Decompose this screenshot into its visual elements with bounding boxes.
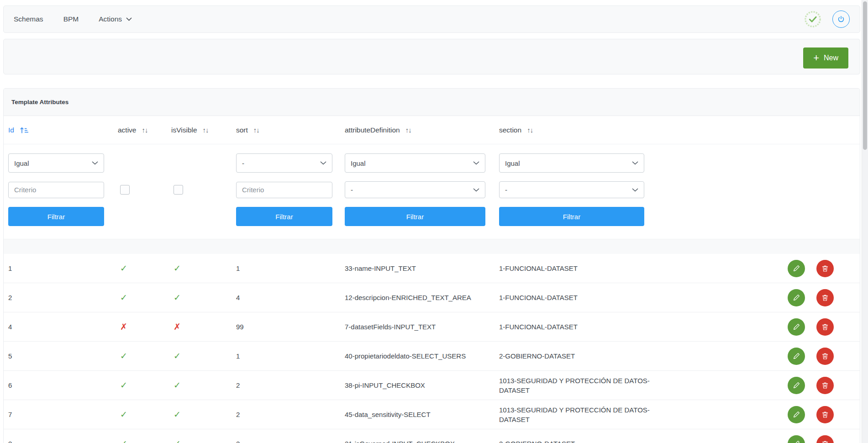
sort-operator-select-wrap: - <box>236 153 332 173</box>
column-header-sort-label: sort <box>236 126 248 134</box>
power-icon <box>837 15 845 23</box>
table-row: 8 ✓ ✓ 2 21-isGoverned-INPUT_CHECKBOX 2-G… <box>4 429 860 443</box>
row-attrdef-cell: 40-propietariodeldato-SELECT_USERS <box>345 352 499 360</box>
edit-row-button[interactable] <box>788 260 805 277</box>
delete-row-button[interactable] <box>816 406 834 423</box>
column-header-active[interactable]: active ↑↓ <box>118 126 171 134</box>
scrollbar-thumb[interactable] <box>863 1 867 150</box>
attributedefinition-value-select-wrap: - <box>345 181 485 198</box>
active-status-icon: ✗ <box>118 322 171 332</box>
edit-row-button[interactable] <box>788 377 805 394</box>
isvisible-status-icon: ✓ <box>171 263 236 274</box>
new-button[interactable]: + New <box>803 47 848 69</box>
row-actions-cell <box>788 289 860 306</box>
attributedefinition-operator-select[interactable]: Igual <box>345 153 485 173</box>
row-section-cell: 2-GOBIERNO-DATASET <box>499 435 650 443</box>
column-header-section[interactable]: section ↑↓ <box>499 126 788 134</box>
row-sort-cell: 99 <box>236 323 345 331</box>
isvisible-filter-checkbox[interactable] <box>174 185 183 195</box>
trash-icon <box>821 411 829 419</box>
row-id-cell: 8 <box>8 440 118 443</box>
sort-both-icon: ↑↓ <box>405 126 411 134</box>
row-sort-cell: 1 <box>236 352 345 360</box>
section-value-select-wrap: - <box>499 181 644 198</box>
isvisible-status-icon: ✗ <box>171 322 236 332</box>
table-row: 6 ✓ ✓ 2 38-pi-INPUT_CHECKBOX 1013-SEGURI… <box>4 371 860 400</box>
sort-criteria-input[interactable] <box>236 182 332 198</box>
row-section-cell: 2-GOBIERNO-DATASET <box>499 347 650 365</box>
row-id-cell: 7 <box>8 411 118 418</box>
row-section-cell: 1013-SEGURIDAD Y PROTECCIÓN DE DATOS-DAT… <box>499 401 650 428</box>
table-row: 1 ✓ ✓ 1 33-name-INPUT_TEXT 1-FUNCIONAL-D… <box>4 254 860 283</box>
delete-row-button[interactable] <box>816 435 834 443</box>
attributedefinition-value-select[interactable]: - <box>345 181 485 198</box>
active-status-icon: ✓ <box>118 409 171 420</box>
column-header-attributedefinition-label: attributeDefinition <box>345 126 400 134</box>
plus-icon: + <box>813 53 819 63</box>
section-operator-select[interactable]: Igual <box>499 153 644 173</box>
row-actions-cell <box>788 348 860 365</box>
pencil-icon <box>792 439 801 443</box>
section-value-select[interactable]: - <box>499 181 644 198</box>
edit-row-button[interactable] <box>788 348 805 365</box>
new-button-label: New <box>824 54 838 62</box>
delete-row-button[interactable] <box>816 289 834 306</box>
delete-row-button[interactable] <box>816 260 834 277</box>
section-operator-select-wrap: Igual <box>499 153 644 173</box>
column-header-attributedefinition[interactable]: attributeDefinition ↑↓ <box>345 126 499 134</box>
navbar-right-group <box>804 11 850 28</box>
isvisible-status-icon: ✓ <box>171 351 236 361</box>
column-header-id[interactable]: Id <box>8 126 118 134</box>
power-button[interactable] <box>832 11 850 28</box>
edit-row-button[interactable] <box>788 435 805 443</box>
top-navbar: Schemas BPM Actions <box>3 5 860 33</box>
row-id-cell: 2 <box>8 294 118 301</box>
attributedefinition-operator-select-wrap: Igual <box>345 153 485 173</box>
row-actions-cell <box>788 377 860 394</box>
table-row: 4 ✗ ✗ 99 7-datasetFields-INPUT_TEXT 1-FU… <box>4 312 860 342</box>
table-row: 7 ✓ ✓ 2 45-data_sensitivity-SELECT 1013-… <box>4 400 860 429</box>
row-attrdef-cell: 12-descripcion-ENRICHED_TEXT_AREA <box>345 294 499 301</box>
column-header-isvisible[interactable]: isVisible ↑↓ <box>171 126 236 134</box>
table-body: 1 ✓ ✓ 1 33-name-INPUT_TEXT 1-FUNCIONAL-D… <box>4 254 860 443</box>
row-sort-cell: 1 <box>236 264 345 272</box>
attributedefinition-filter-button[interactable]: Filtrar <box>345 207 485 226</box>
row-section-cell: 1013-SEGURIDAD Y PROTECCIÓN DE DATOS-DAT… <box>499 372 650 399</box>
pencil-icon <box>792 322 801 331</box>
edit-row-button[interactable] <box>788 289 805 306</box>
id-operator-select[interactable]: Igual <box>8 153 104 173</box>
edit-row-button[interactable] <box>788 406 805 423</box>
row-section-cell: 1-FUNCIONAL-DATASET <box>499 259 650 277</box>
row-id-cell: 5 <box>8 352 118 360</box>
trash-icon <box>821 264 829 273</box>
filter-row: Igual - Igual Igual <box>4 144 860 239</box>
trash-icon <box>821 381 829 390</box>
verified-check-badge-icon <box>804 11 821 28</box>
sort-filter-button[interactable]: Filtrar <box>236 207 332 226</box>
table-row: 2 ✓ ✓ 4 12-descripcion-ENRICHED_TEXT_ARE… <box>4 283 860 312</box>
delete-row-button[interactable] <box>816 377 834 394</box>
delete-row-button[interactable] <box>816 318 834 336</box>
row-sort-cell: 2 <box>236 381 345 389</box>
section-filter-button[interactable]: Filtrar <box>499 207 644 226</box>
isvisible-status-icon: ✓ <box>171 438 236 443</box>
table-separator-strip <box>4 239 860 254</box>
trash-icon <box>821 352 829 360</box>
nav-item-actions[interactable]: Actions <box>99 15 132 23</box>
sort-operator-select[interactable]: - <box>236 153 332 173</box>
column-header-sort[interactable]: sort ↑↓ <box>236 126 345 134</box>
row-attrdef-cell: 38-pi-INPUT_CHECKBOX <box>345 381 499 389</box>
edit-row-button[interactable] <box>788 318 805 336</box>
pencil-icon <box>792 381 801 390</box>
row-id-cell: 1 <box>8 264 118 272</box>
delete-row-button[interactable] <box>816 348 834 365</box>
nav-item-bpm[interactable]: BPM <box>63 15 79 23</box>
id-filter-button[interactable]: Filtrar <box>8 207 104 226</box>
id-criteria-input[interactable] <box>8 182 104 198</box>
table-row: 5 ✓ ✓ 1 40-propietariodeldato-SELECT_USE… <box>4 342 860 371</box>
active-filter-checkbox[interactable] <box>120 185 130 195</box>
pencil-icon <box>792 264 801 273</box>
active-status-icon: ✓ <box>118 351 171 361</box>
active-status-icon: ✓ <box>118 438 171 443</box>
nav-item-schemas[interactable]: Schemas <box>14 15 43 23</box>
